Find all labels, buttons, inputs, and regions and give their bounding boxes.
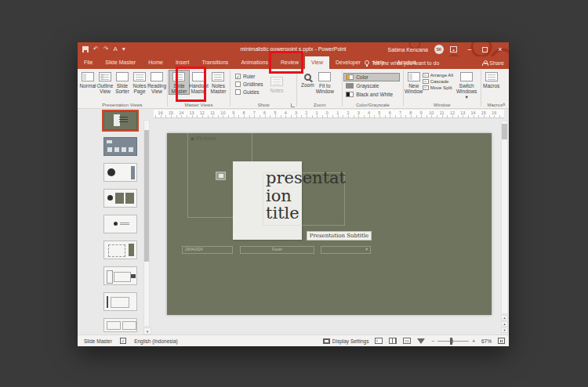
normal-view-button[interactable] [375,338,383,344]
slide-thumbnail-panel: ▾ [78,109,154,335]
arrange-all-button[interactable]: Arrange All [423,73,457,78]
black-white-swatch-icon [346,92,354,97]
avatar[interactable]: SK [434,45,444,54]
slide-sorter-button[interactable]: Slide Sorter [114,71,131,94]
ribbon-tab[interactable]: Slide Master [99,56,142,69]
cascade-icon [423,79,429,84]
slide-master-slide[interactable]: ▪ Picture presentationtitle Presentation… [167,133,492,315]
color-option[interactable]: Color [344,74,399,81]
ribbon-display-options-icon[interactable]: ▴ [450,46,457,52]
group-zoom: Zoom Fit to Window Zoom [297,69,342,108]
slide-thumbnail[interactable] [103,215,137,233]
ruler-number: 4 [281,110,291,115]
date-placeholder[interactable]: 29/04/2024 [182,246,233,254]
slide-thumbnail[interactable] [103,241,137,259]
move-split-icon [423,85,429,90]
ruler-number: 15 [478,110,488,115]
slideshow-button[interactable] [417,338,425,344]
minimize-button[interactable]: – [463,42,476,56]
subtitle-placeholder[interactable]: Presentation Subtitle [307,231,372,241]
ribbon: Normal Outline View Slide Sorter Notes P… [78,69,509,109]
scroll-down-button[interactable]: ▾ [143,327,151,335]
display-settings-icon [323,338,330,344]
ruler-number: 13 [187,110,197,115]
ruler-number: 7 [249,110,260,115]
slide-thumbnail[interactable] [103,318,137,332]
ruler-number: 16 [489,110,499,115]
notes-master-button[interactable]: Notes Master [209,71,228,94]
notes-page-icon [133,72,146,81]
switch-windows-button[interactable]: Switch Windows ▾ [457,71,477,99]
view-name-status[interactable]: Slide Master [84,338,112,344]
guides-checkbox[interactable]: Guides [235,89,267,95]
collapse-ribbon-icon[interactable]: ∧ [503,101,506,107]
share-button[interactable]: Share [482,56,504,69]
annotation-box-view-tab [269,51,303,74]
zoom-slider-thumb[interactable] [450,338,452,345]
footer-placeholder[interactable]: Footer [240,246,314,254]
ribbon-tab[interactable]: View [305,56,329,69]
tell-me-box[interactable]: Tell me what you want to do [365,56,439,69]
scroll-up-button[interactable]: ▲ [501,315,508,320]
slide-thumbnail[interactable] [103,111,137,130]
horizontal-ruler: 1615141312111098765432101234567891011121… [154,110,504,118]
zoom-out-button[interactable]: − [431,338,434,344]
outline-view-button[interactable]: Outline View [96,71,114,94]
vertical-scrollbar[interactable] [501,121,508,314]
black-white-option[interactable]: Black and White [344,91,399,98]
ruler-checkbox[interactable]: ✓Ruler [235,74,267,79]
slide-number-placeholder[interactable]: # [321,246,371,254]
display-settings-button[interactable]: Display Settings [323,338,369,344]
ribbon-tab[interactable]: File [78,56,99,69]
reading-view-button[interactable] [403,338,411,344]
cascade-button[interactable]: Cascade [423,79,457,84]
normal-view-button[interactable]: Normal [79,71,96,89]
fit-to-window-button[interactable]: Fit to Window [316,71,333,94]
scrollbar-thumb[interactable] [502,124,507,139]
presentation-title-text[interactable]: presentationtitle [266,169,346,222]
group-label: Master Views [168,103,230,107]
slide-thumbnail[interactable] [103,137,137,156]
zoom-slider[interactable]: − + [431,338,475,344]
user-name[interactable]: Sabina Kencana [388,47,428,52]
scrollbar-thumb[interactable] [144,130,149,262]
ruler-number: 5 [374,110,384,115]
slide-thumbnail[interactable] [103,266,137,285]
slide-thumbnail[interactable] [103,292,137,311]
fit-slide-to-window-button[interactable] [498,338,505,344]
picture-placeholder-label: ▪ Picture [191,136,216,142]
ruler-number: 16 [155,110,165,115]
insert-picture-icon[interactable] [216,172,226,180]
ribbon-tab[interactable]: Home [142,56,169,69]
new-window-button[interactable]: New Window [405,71,423,94]
grayscale-swatch-icon [346,83,354,89]
language-status[interactable]: English (Indonesia) [134,338,178,344]
reading-view-button[interactable]: Reading View [148,71,165,94]
zoom-in-button[interactable]: + [472,338,475,344]
zoom-track[interactable] [437,341,469,342]
zoom-percent[interactable]: 67% [481,338,492,344]
next-slide-button[interactable]: ▼ [501,327,508,333]
dialog-launcher-icon[interactable] [291,103,295,107]
macros-button[interactable]: Macros [483,71,500,89]
group-color-grayscale: Color Grayscale Black and White Color/Gr… [343,69,403,108]
notes-page-button[interactable]: Notes Page [131,71,148,94]
notes-master-icon [212,72,224,81]
close-button[interactable]: × [494,42,506,56]
slide-thumbnail[interactable] [103,189,137,208]
chevron-down-icon: ▾ [466,94,468,99]
move-split-button[interactable]: Move Split [423,85,457,90]
grayscale-option[interactable]: Grayscale [344,82,399,89]
previous-slide-button[interactable]: ▲ [501,321,508,327]
ruler-number: 11 [207,110,217,115]
proofing-status-icon[interactable]: ✓ [120,338,126,344]
ruler-number: 6 [385,110,395,115]
thumbnail-scrollbar[interactable] [143,120,150,327]
slide-thumbnail[interactable] [103,163,137,182]
checkbox-icon [235,81,241,87]
maximize-button[interactable] [482,47,488,52]
ruler-number: 3 [354,110,364,115]
outline-view-icon [99,72,111,81]
slide-sorter-view-button[interactable] [389,338,397,344]
gridlines-checkbox[interactable]: Gridlines [235,81,267,87]
